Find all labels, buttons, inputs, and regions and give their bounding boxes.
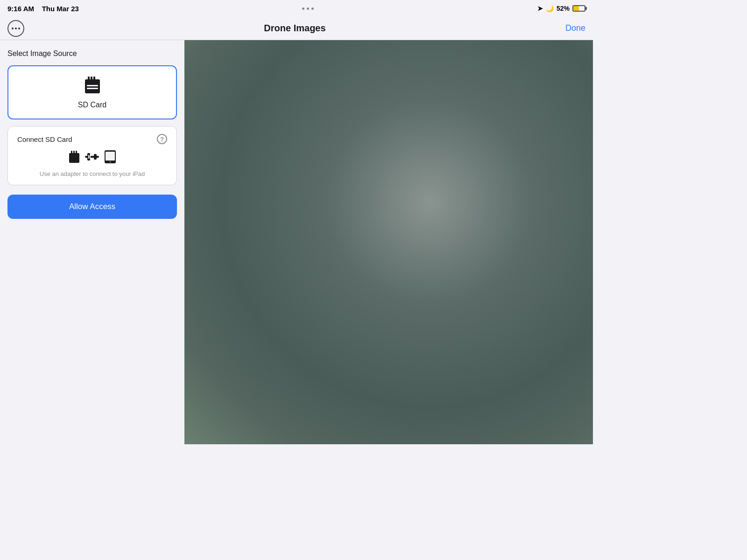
nav-bar: Drone Images Done: [0, 17, 593, 40]
svg-rect-14: [90, 155, 91, 159]
battery-fill: [573, 6, 579, 11]
dot-3: [311, 7, 314, 10]
svg-rect-3: [93, 77, 95, 81]
dot-b: [15, 28, 17, 29]
location-icon: ➤: [537, 5, 543, 12]
dot-1: [302, 7, 304, 10]
moon-icon: 🌙: [546, 5, 554, 12]
connect-box-header: Connect SD Card ?: [17, 134, 167, 144]
more-options-button[interactable]: [7, 20, 24, 37]
help-icon-button[interactable]: ?: [157, 134, 167, 144]
svg-rect-2: [91, 77, 92, 81]
dot-a: [12, 28, 14, 29]
cable-icon: [85, 150, 99, 165]
status-time-date: 9:16 AM Thu Mar 23: [7, 5, 79, 13]
svg-rect-13: [88, 155, 89, 159]
battery-percent: 52%: [557, 5, 570, 12]
svg-rect-4: [87, 85, 98, 86]
connect-icons-row: [17, 150, 167, 166]
dot-2: [307, 7, 309, 10]
svg-rect-9: [76, 151, 77, 154]
status-time: 9:16 AM: [7, 5, 34, 13]
status-center-dots: [302, 7, 314, 10]
svg-rect-12: [94, 154, 97, 160]
svg-rect-16: [106, 152, 115, 161]
main-layout: Select Image Source SD Card Connect SD C…: [0, 40, 593, 444]
photo-background: [184, 40, 593, 444]
done-button[interactable]: Done: [565, 23, 585, 33]
sd-card-icon: [84, 76, 101, 96]
sd-card-label: SD Card: [78, 101, 106, 109]
connect-sd-card-box: Connect SD Card ?: [7, 126, 177, 185]
dot-c: [18, 28, 20, 29]
section-title: Select Image Source: [7, 49, 177, 58]
photo-area: [184, 40, 593, 444]
allow-access-button[interactable]: Allow Access: [7, 195, 177, 219]
svg-rect-5: [87, 88, 98, 89]
status-date: Thu Mar 23: [42, 5, 79, 13]
svg-rect-1: [88, 77, 90, 81]
svg-rect-7: [71, 151, 72, 154]
battery-icon: [572, 5, 585, 12]
battery-shape: [572, 5, 585, 12]
page-title: Drone Images: [264, 23, 325, 34]
svg-point-17: [109, 161, 111, 163]
connect-description: Use an adapter to connect to your iPad: [17, 170, 167, 177]
tablet-icon: [104, 150, 116, 166]
status-right: ➤ 🌙 52%: [537, 5, 585, 12]
left-panel: Select Image Source SD Card Connect SD C…: [0, 40, 184, 444]
svg-rect-10: [85, 156, 99, 158]
connect-box-title: Connect SD Card: [17, 135, 72, 143]
sd-card-option[interactable]: SD Card: [7, 65, 177, 119]
status-bar: 9:16 AM Thu Mar 23 ➤ 🌙 52%: [0, 0, 593, 17]
svg-rect-8: [73, 151, 75, 154]
sd-card-small-icon: [69, 150, 80, 165]
svg-rect-6: [69, 153, 79, 163]
